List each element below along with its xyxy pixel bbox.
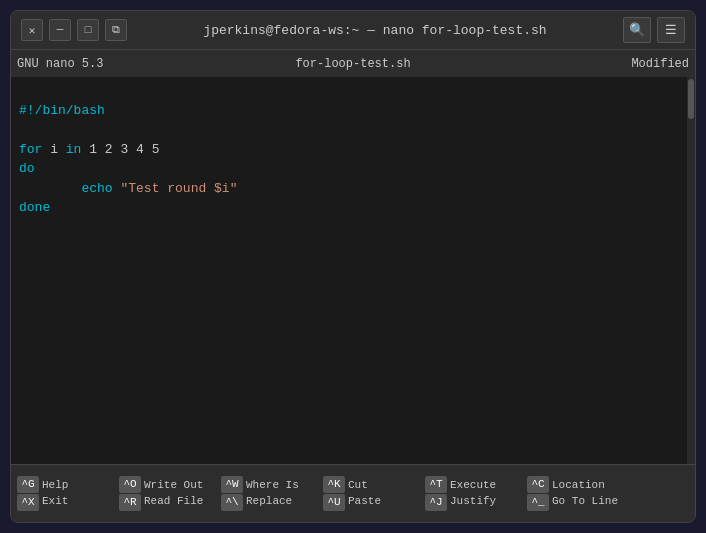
footer-execute-justify: ^T ^J Execute Justify	[421, 469, 521, 518]
nano-footer: ^G ^X Help Exit ^O ^R Write Out Read Fil…	[11, 464, 695, 522]
label-writeout: Write Out	[144, 478, 203, 493]
label-execute: Execute	[450, 478, 496, 493]
label-readfile: Read File	[144, 494, 203, 509]
line-4: do	[19, 161, 35, 176]
close-button[interactable]: ✕	[21, 19, 43, 41]
key-ctrl-u[interactable]: ^U	[323, 494, 345, 511]
footer-key-w-bs: ^W ^\	[221, 476, 243, 512]
key-ctrl-underscore[interactable]: ^_	[527, 494, 549, 511]
footer-key-k-u: ^K ^U	[323, 476, 345, 512]
nano-header: GNU nano 5.3 for-loop-test.sh Modified	[11, 49, 695, 77]
line-6: done	[19, 200, 50, 215]
footer-key-o-r: ^O ^R	[119, 476, 141, 512]
key-ctrl-g[interactable]: ^G	[17, 476, 39, 493]
search-button[interactable]: 🔍	[623, 17, 651, 43]
footer-label-help-exit: Help Exit	[42, 478, 68, 509]
key-ctrl-o[interactable]: ^O	[119, 476, 141, 493]
maximize-button[interactable]: □	[77, 19, 99, 41]
terminal-window: ✕ ─ □ ⧉ jperkins@fedora-ws:~ — nano for-…	[10, 10, 696, 523]
scrollbar-thumb	[688, 79, 694, 119]
line-5: echo "Test round $i"	[19, 181, 237, 196]
footer-key-t-j: ^T ^J	[425, 476, 447, 512]
editor-area[interactable]: #!/bin/bash for i in 1 2 3 4 5 do echo "…	[11, 77, 695, 464]
label-gotoline: Go To Line	[552, 494, 618, 509]
footer-label-writeout-readfile: Write Out Read File	[144, 478, 203, 509]
footer-cut-paste: ^K ^U Cut Paste	[319, 469, 419, 518]
label-justify: Justify	[450, 494, 496, 509]
footer-key-c-underscore: ^C ^_	[527, 476, 549, 512]
menu-button[interactable]: ☰	[657, 17, 685, 43]
label-location: Location	[552, 478, 618, 493]
label-whereis: Where Is	[246, 478, 299, 493]
label-cut: Cut	[348, 478, 381, 493]
key-ctrl-c[interactable]: ^C	[527, 476, 549, 493]
line-1: #!/bin/bash	[19, 103, 105, 118]
title-right-controls: 🔍 ☰	[623, 17, 685, 43]
window-title: jperkins@fedora-ws:~ — nano for-loop-tes…	[127, 23, 623, 38]
minimize-button[interactable]: ─	[49, 19, 71, 41]
label-paste: Paste	[348, 494, 381, 509]
key-ctrl-w[interactable]: ^W	[221, 476, 243, 493]
title-bar: ✕ ─ □ ⧉ jperkins@fedora-ws:~ — nano for-…	[11, 11, 695, 49]
nano-filename: for-loop-test.sh	[241, 57, 465, 71]
label-help: Help	[42, 478, 68, 493]
label-replace: Replace	[246, 494, 299, 509]
footer-label-location-gotoline: Location Go To Line	[552, 478, 618, 509]
key-ctrl-j[interactable]: ^J	[425, 494, 447, 511]
title-bar-controls: ✕ ─ □ ⧉	[21, 19, 127, 41]
footer-location-gotoline: ^C ^_ Location Go To Line	[523, 469, 623, 518]
key-ctrl-k[interactable]: ^K	[323, 476, 345, 493]
nano-version: GNU nano 5.3	[17, 57, 241, 71]
footer-label-whereis-replace: Where Is Replace	[246, 478, 299, 509]
key-ctrl-t[interactable]: ^T	[425, 476, 447, 493]
footer-label-cut-paste: Cut Paste	[348, 478, 381, 509]
footer-whereis-replace: ^W ^\ Where Is Replace	[217, 469, 317, 518]
restore-button[interactable]: ⧉	[105, 19, 127, 41]
line-3: for i in 1 2 3 4 5	[19, 142, 159, 157]
editor-content: #!/bin/bash for i in 1 2 3 4 5 do echo "…	[19, 81, 687, 237]
footer-writeout-readfile: ^O ^R Write Out Read File	[115, 469, 215, 518]
label-exit: Exit	[42, 494, 68, 509]
scrollbar[interactable]	[687, 77, 695, 464]
footer-label-execute-justify: Execute Justify	[450, 478, 496, 509]
footer-key-g-x: ^G ^X	[17, 476, 39, 512]
footer-help-exit: ^G ^X Help Exit	[13, 469, 113, 518]
key-ctrl-r[interactable]: ^R	[119, 494, 141, 511]
key-ctrl-backslash[interactable]: ^\	[221, 494, 243, 511]
nano-status: Modified	[465, 57, 689, 71]
key-ctrl-x[interactable]: ^X	[17, 494, 39, 511]
